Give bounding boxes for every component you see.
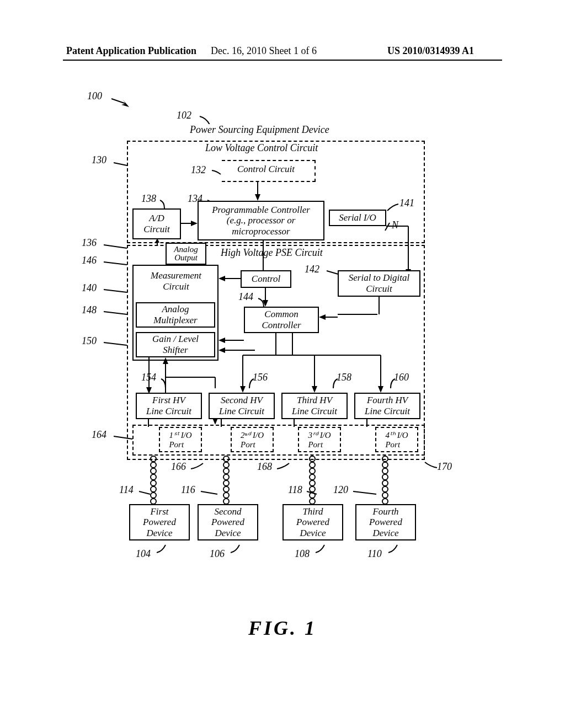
hv-line-3: Third HV Line Circuit [281,393,348,419]
svg-marker-13 [155,238,159,243]
ao-to-ad-arrow [153,238,161,245]
io-port-3: 3ʳᵈ I/O Port [298,427,341,452]
svg-point-63 [151,486,156,492]
figure-caption: FIG. 1 [0,617,565,640]
ref-170-lead [425,462,438,470]
common-controller: Common Controller [244,307,319,333]
svg-point-65 [151,499,156,504]
programmable-controller: Programmable Controller (e.g., processor… [198,201,324,240]
analog-output: Analog Output [166,243,206,265]
ad-circuit: A/D Circuit [132,208,181,239]
ref-132: 132 [191,164,206,176]
hv3-to-io3 [290,419,298,427]
svg-marker-31 [218,347,225,353]
hv-line-4: Fourth HV Line Circuit [354,393,420,419]
svg-point-72 [223,493,229,498]
ref-164-lead [114,435,132,440]
ref-138-lead [160,199,169,208]
svg-point-89 [382,499,388,504]
svg-point-85 [382,474,388,480]
svg-point-74 [310,456,315,462]
ref-170: 170 [437,461,452,473]
ref-116-lead [201,490,217,495]
ref-164: 164 [92,429,106,441]
common-to-gls-arrow1 [218,336,244,344]
cable-3 [308,456,317,504]
ref-116: 116 [181,484,195,496]
svg-point-64 [151,493,156,498]
header-left: Patent Application Publication [66,45,196,57]
serial-io: Serial I/O [329,210,386,226]
ref-100-arrow [111,97,134,108]
svg-marker-4 [255,194,260,201]
svg-line-11 [104,245,127,248]
ref-138: 138 [141,193,156,205]
svg-point-81 [310,499,315,504]
lvcc-title: Low Voltage Control Circuit [205,142,318,154]
control-circuit-title: Control Circuit [237,164,295,175]
ref-104: 104 [136,548,151,560]
ref-110-lead [388,545,398,554]
cable-2 [222,456,231,504]
svg-point-88 [382,493,388,498]
ref-150: 150 [82,335,97,347]
ad-to-prog-arrow [181,220,198,227]
svg-marker-24 [319,314,326,320]
s2d-left-line [338,313,377,315]
io-port-4: 4ᵗʰ I/O Port [375,427,418,452]
header-rule [63,60,502,61]
ref-106: 106 [210,548,225,560]
prog-to-control-line [259,240,267,270]
ref-166: 166 [171,461,186,473]
ref-142: 142 [305,264,319,275]
serial-to-digital: Serial to Digital Circuit [338,270,420,297]
svg-point-69 [223,474,229,480]
svg-point-59 [151,462,156,468]
svg-line-92 [307,491,317,494]
ref-168-lead [277,463,290,471]
svg-marker-41 [312,386,317,393]
hv-line-1: First HV Line Circuit [136,393,202,419]
svg-point-68 [223,468,229,474]
ref-154-lead [161,377,170,388]
ref-158-lead [331,377,340,388]
ref-120: 120 [333,484,348,496]
powered-device-3: Third Powered Device [282,504,343,540]
ref-118-lead [307,490,317,495]
ref-150-lead [104,341,127,346]
svg-marker-49 [163,357,168,364]
ref-102: 102 [177,110,191,121]
ref-141: 141 [399,197,414,209]
io-port-1: 1ˢᵗ I/O Port [159,427,202,452]
cable-1 [149,456,158,504]
svg-point-66 [223,456,229,462]
ref-154: 154 [141,372,156,383]
ref-130-lead [114,161,128,167]
svg-point-75 [310,462,315,468]
ref-136-lead [104,243,127,249]
svg-line-2 [114,163,127,165]
svg-point-71 [223,486,229,492]
svg-point-67 [223,462,229,468]
ref-166-lead [191,463,204,471]
svg-line-0 [111,99,126,104]
ref-140-lead [104,288,127,293]
ref-104-lead [157,545,167,554]
ref-160-lead [388,377,397,388]
svg-point-73 [223,499,229,504]
svg-marker-6 [191,221,198,226]
ref-114: 114 [119,484,134,496]
ref-118: 118 [288,484,302,496]
svg-point-70 [223,480,229,486]
hv1-to-io1 [145,419,152,427]
svg-line-91 [201,491,217,494]
ref-108: 108 [295,548,310,560]
header-right: US 2010/0314939 A1 [387,45,474,57]
hv-line-2: Second HV Line Circuit [209,393,275,419]
pse-title: Power Sourcing Equipment Device [190,124,329,136]
ref-136: 136 [82,237,97,249]
page: Patent Application Publication Dec. 16, … [0,0,565,728]
svg-line-93 [353,491,376,494]
ref-148: 148 [82,304,97,316]
svg-point-77 [310,474,315,480]
